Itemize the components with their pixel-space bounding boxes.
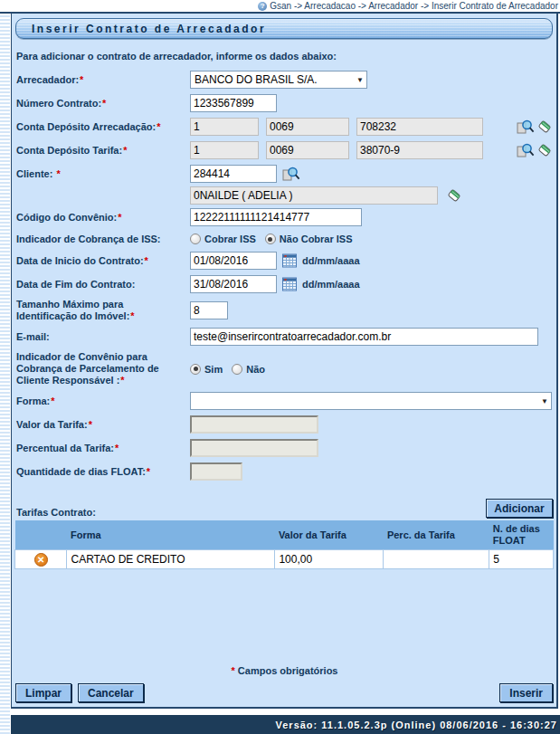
required-marker: * — [118, 212, 121, 223]
arrecadador-select[interactable]: BANCO DO BRASIL S/A. ▼ — [190, 71, 367, 89]
delete-column-header — [15, 520, 67, 550]
breadcrumb-bar: ? Gsan -> Arrecadacao -> Arrecadador -> … — [0, 0, 560, 12]
dias-float-label: Quantidade de dias FLOAT:* — [16, 466, 190, 478]
conta-tarifa-label: Conta Depósito Tarifa:* — [16, 145, 190, 157]
conta-tarifa-conta — [356, 141, 483, 159]
row-data-inicio: Data de Inicio do Contrato:* dd/mm/aaaa — [16, 252, 554, 270]
tarifa-row-dias: 5 — [489, 550, 554, 569]
indicador-iss-label: Indicador de Cobrança de ISS: — [16, 234, 190, 245]
delete-row-icon[interactable]: ✕ — [34, 553, 48, 567]
row-conta-tarifa: Conta Depósito Tarifa:* — [16, 141, 554, 159]
email-input[interactable] — [190, 328, 538, 346]
row-percentual-tarifa: Percentual da Tarifa:* — [16, 439, 554, 457]
cliente-nome-field — [190, 186, 438, 205]
forma-label: Forma:* — [16, 396, 190, 407]
forma-select[interactable]: ▼ — [190, 392, 552, 410]
data-fim-label: Data de Fim do Contrato: — [16, 279, 190, 291]
inserir-button[interactable]: Inserir — [499, 683, 553, 702]
tarifa-row-forma: CARTAO DE CREDITO — [67, 550, 275, 569]
row-tamanho-maximo: Tamanho Máximo para Identificação do Imó… — [16, 299, 554, 322]
percentual-tarifa-input — [190, 439, 318, 457]
tarifas-table: Forma Valor da Tarifa Perc. da Tarifa N.… — [14, 520, 554, 569]
required-marker: * — [115, 443, 119, 453]
parcelamento-nao-radio[interactable] — [232, 364, 242, 375]
arrecadador-label: Arrecadador:* — [16, 74, 190, 86]
dias-column-header: N. de dias FLOAT — [489, 520, 554, 550]
limpar-button[interactable]: Limpar — [15, 683, 71, 702]
tamanho-maximo-label: Tamanho Máximo para Identificação do Imó… — [16, 299, 190, 322]
chevron-down-icon: ▼ — [541, 397, 548, 405]
data-inicio-input[interactable] — [190, 252, 277, 270]
conta-arrecadacao-agencia — [266, 118, 349, 136]
required-marker: * — [80, 74, 83, 85]
page-title: Inserir Contrato de Arrecadador — [15, 18, 553, 39]
required-marker: * — [232, 665, 235, 676]
row-dias-float: Quantidade de dias FLOAT:* — [16, 462, 554, 481]
perc-column-header: Perc. da Tarifa — [384, 520, 489, 550]
row-codigo-convenio: Código do Convênio:* — [16, 208, 554, 226]
required-marker: * — [51, 396, 54, 406]
conta-tarifa-agencia — [266, 141, 349, 159]
row-indicador-parcelamento: Indicador de Convênio para Cobrança de P… — [16, 351, 554, 386]
adicionar-button[interactable]: Adicionar — [486, 499, 553, 518]
date-format-hint: dd/mm/aaaa — [302, 255, 360, 266]
cancelar-button[interactable]: Cancelar — [78, 683, 144, 702]
search-account-icon[interactable] — [517, 119, 535, 135]
required-marker: * — [56, 168, 60, 179]
conta-arrecadacao-banco — [190, 118, 259, 136]
row-numero-contrato: Número Contrato:* — [16, 94, 554, 112]
cobrar-iss-radio[interactable] — [190, 234, 201, 244]
nao-cobrar-iss-radio[interactable] — [265, 234, 276, 244]
required-marker: * — [157, 121, 160, 132]
cliente-label: Cliente: * — [16, 165, 190, 180]
help-icon[interactable]: ? — [258, 2, 267, 11]
parcelamento-sim-radio[interactable] — [190, 364, 201, 375]
row-conta-arrecadacao: Conta Depósito Arrecadação:* — [16, 118, 554, 136]
calendar-icon[interactable] — [282, 277, 297, 291]
page-title-text: Inserir Contrato de Arrecadador — [32, 23, 266, 35]
nao-cobrar-iss-option-label[interactable]: Não Cobrar ISS — [280, 234, 353, 244]
calendar-icon[interactable] — [282, 253, 297, 268]
chevron-down-icon: ▼ — [356, 76, 364, 84]
parcelamento-nao-option-label[interactable]: Não — [246, 364, 265, 375]
row-email: E-mail: — [16, 328, 554, 346]
date-format-hint: dd/mm/aaaa — [302, 279, 360, 290]
eraser-icon[interactable] — [537, 143, 553, 158]
arrecadador-selected-value: BANCO DO BRASIL S/A. — [195, 73, 318, 86]
row-cliente: Cliente: * — [16, 165, 554, 205]
required-marker: * — [147, 466, 150, 477]
required-marker: * — [102, 98, 106, 109]
indicador-parcelamento-label: Indicador de Convênio para Cobrança de P… — [16, 351, 190, 386]
eraser-icon[interactable] — [537, 119, 553, 135]
tamanho-maximo-input[interactable] — [190, 301, 228, 319]
required-fields-note: * Campos obrigatórios — [14, 665, 554, 676]
conta-tarifa-banco — [190, 141, 259, 159]
percentual-tarifa-label: Percentual da Tarifa:* — [16, 443, 190, 454]
search-client-icon[interactable] — [282, 167, 300, 182]
valor-tarifa-label: Valor da Tarifa:* — [16, 419, 190, 431]
required-marker: * — [89, 419, 92, 430]
conta-arrecadacao-label: Conta Depósito Arrecadação:* — [16, 121, 190, 133]
data-inicio-label: Data de Inicio do Contrato:* — [16, 255, 190, 267]
codigo-convenio-input[interactable] — [190, 208, 362, 226]
cliente-codigo-input[interactable] — [190, 165, 277, 183]
forma-column-header: Forma — [67, 520, 275, 550]
eraser-icon[interactable] — [447, 188, 462, 204]
valor-tarifa-input — [190, 415, 318, 434]
parcelamento-sim-option-label[interactable]: Sim — [204, 364, 223, 375]
numero-contrato-input[interactable] — [190, 94, 277, 112]
breadcrumb[interactable]: Gsan -> Arrecadacao -> Arrecadador -> In… — [270, 1, 558, 11]
tarifa-row-delete-cell: ✕ — [15, 550, 67, 569]
version-footer: Versão: 11.1.05.2.3p (Online) 08/06/2016… — [11, 715, 560, 734]
dias-float-input — [190, 462, 242, 481]
spacer — [14, 569, 554, 665]
row-data-fim: Data de Fim do Contrato: dd/mm/aaaa — [16, 275, 554, 293]
row-indicador-iss: Indicador de Cobrança de ISS: Cobrar ISS… — [16, 232, 554, 246]
required-marker: * — [130, 310, 134, 321]
cobrar-iss-option-label[interactable]: Cobrar ISS — [204, 234, 256, 244]
version-text: Versão: 11.1.05.2.3p (Online) 08/06/2016… — [276, 720, 558, 730]
data-fim-input[interactable] — [190, 275, 277, 293]
required-marker: * — [120, 375, 124, 386]
required-marker: * — [145, 255, 148, 266]
search-account-icon[interactable] — [517, 143, 535, 158]
